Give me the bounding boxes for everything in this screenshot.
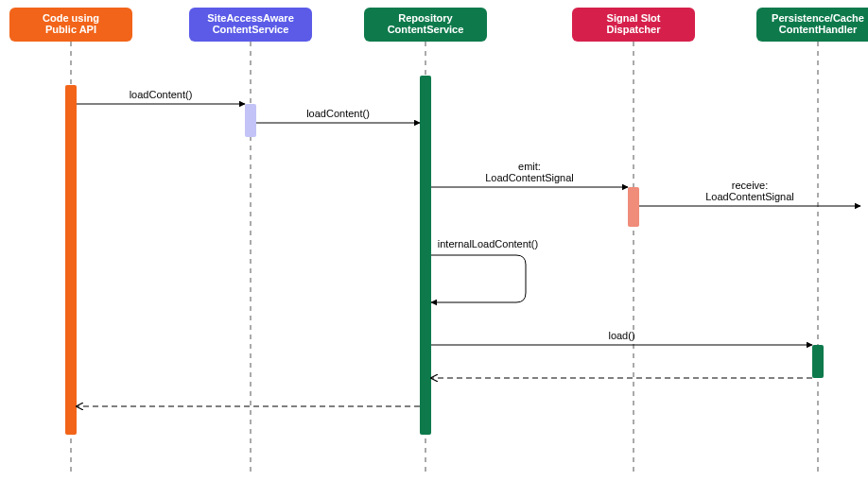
participant-label-sig: Signal SlotDispatcher bbox=[607, 12, 662, 35]
message-m2: loadContent() bbox=[256, 108, 420, 123]
message-m5: internalLoadContent() bbox=[431, 238, 538, 302]
message-label-m1: loadContent() bbox=[130, 89, 193, 100]
sequence-diagram: Code usingPublic APISiteAccessAwareConte… bbox=[0, 0, 868, 481]
participant-repo: RepositoryContentService bbox=[364, 8, 487, 42]
message-m6: load() bbox=[431, 330, 812, 345]
participant-code: Code usingPublic API bbox=[9, 8, 132, 42]
activation-saa bbox=[245, 104, 256, 137]
participant-sig: Signal SlotDispatcher bbox=[572, 8, 695, 42]
participant-label-pers: Persistence/CacheContentHandler bbox=[772, 12, 864, 35]
message-m4: receive:LoadContentSignal bbox=[639, 180, 860, 206]
participant-label-repo: RepositoryContentService bbox=[388, 12, 464, 35]
message-label-m5: internalLoadContent() bbox=[438, 238, 538, 249]
activation-repo bbox=[420, 76, 431, 435]
message-label-m6: load() bbox=[608, 330, 634, 341]
message-label-m2: loadContent() bbox=[306, 108, 370, 119]
activation-pers bbox=[812, 345, 824, 378]
message-m1: loadContent() bbox=[77, 89, 245, 104]
activation-sig bbox=[628, 187, 639, 227]
participant-label-code: Code usingPublic API bbox=[43, 12, 99, 35]
message-m3: emit:LoadContentSignal bbox=[431, 161, 628, 187]
activation-code bbox=[65, 85, 77, 435]
message-label-m3: emit:LoadContentSignal bbox=[485, 161, 574, 183]
message-label-m4: receive:LoadContentSignal bbox=[705, 180, 794, 202]
participant-label-saa: SiteAccessAwareContentService bbox=[207, 12, 294, 35]
participant-saa: SiteAccessAwareContentService bbox=[189, 8, 312, 42]
participant-pers: Persistence/CacheContentHandler bbox=[756, 8, 868, 42]
